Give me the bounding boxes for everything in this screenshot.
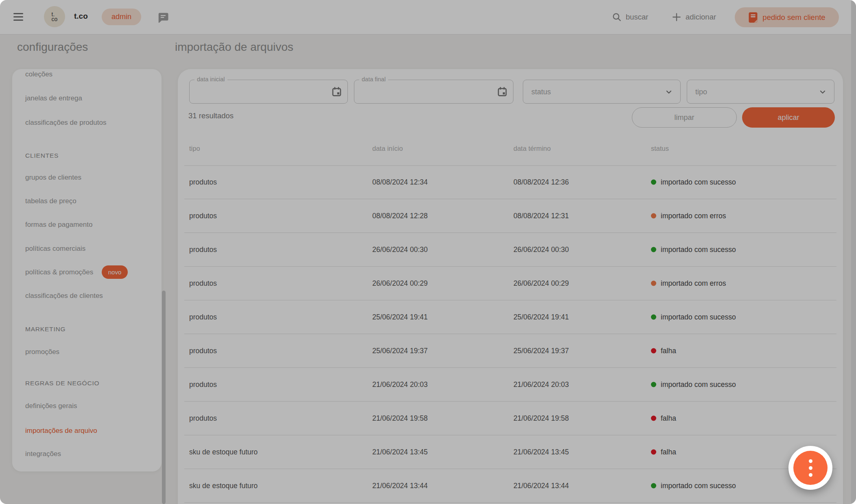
- fab-more-button[interactable]: [793, 451, 828, 485]
- more-vertical-icon: [809, 459, 812, 463]
- app-screen: t.co t.co admin buscar adicionar pedido …: [0, 0, 856, 504]
- dim-overlay[interactable]: [0, 0, 856, 504]
- fab-halo: [788, 446, 832, 490]
